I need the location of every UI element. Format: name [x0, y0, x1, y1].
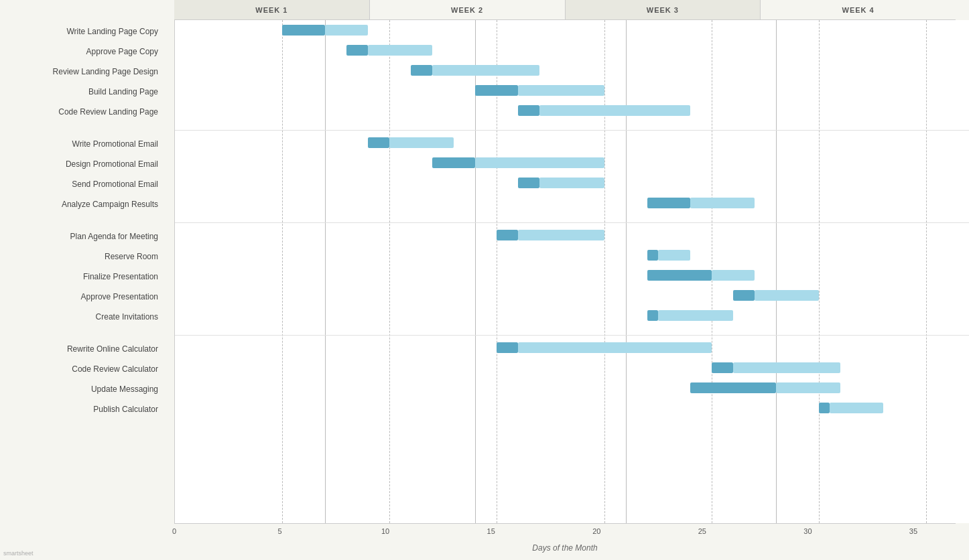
gantt-bar-dark: [368, 137, 389, 148]
gantt-bar-row: [175, 156, 969, 169]
x-ticks: 05101520253035: [174, 523, 956, 540]
week2-header: WEEK 2: [370, 0, 566, 19]
gantt-bar-row: [175, 361, 969, 374]
gantt-bar-dark: [518, 105, 539, 116]
gantt-bar-row: [175, 104, 969, 117]
y-label: Rewrite Online Calculator: [0, 344, 166, 354]
gantt-bar-dark: [432, 157, 475, 168]
gantt-bar-row: [175, 309, 969, 322]
y-label: Approve Page Copy: [0, 47, 166, 56]
gantt-bar-row: [175, 136, 969, 149]
x-tick-label: 30: [803, 527, 812, 535]
y-label: Update Messaging: [0, 384, 166, 394]
gantt-bar-light: [658, 310, 733, 321]
gantt-bar-dark: [497, 230, 518, 240]
gantt-bar-dark: [411, 65, 432, 76]
y-label: Plan Agenda for Meeting: [0, 232, 166, 241]
gantt-bar-dark: [647, 310, 658, 321]
gantt-bar-row: [175, 289, 969, 302]
x-tick-label: 35: [909, 527, 917, 535]
gantt-bar-dark: [475, 85, 518, 96]
gantt-bar-row: [175, 228, 969, 242]
x-tick-label: 10: [381, 527, 389, 535]
gantt-bar-light: [432, 65, 539, 76]
watermark: smartsheet: [3, 550, 34, 557]
y-label: Finalize Presentation: [0, 272, 166, 281]
x-axis: 05101520253035 Days of the Month: [174, 523, 956, 560]
gantt-bar-row: [175, 249, 969, 262]
y-axis: Write Landing Page CopyApprove Page Copy…: [0, 20, 174, 523]
gantt-bar-light: [658, 250, 690, 261]
gantt-bar-row: [175, 401, 969, 415]
gantt-bar-dark: [819, 403, 830, 413]
x-axis-label: Days of the Month: [174, 540, 956, 553]
y-label: Review Landing Page Design: [0, 67, 166, 76]
gantt-bar-dark: [346, 45, 368, 56]
y-label: Write Promotional Email: [0, 139, 166, 149]
gantt-bar-dark: [282, 25, 325, 36]
y-label: Code Review Landing Page: [0, 107, 166, 117]
gantt-bar-row: [175, 381, 969, 395]
gantt-bar-dark: [690, 382, 776, 393]
y-label: Publish Calculator: [0, 405, 166, 414]
chart-body: Write Landing Page CopyApprove Page Copy…: [0, 20, 969, 523]
gantt-bar-row: [175, 341, 969, 354]
gantt-bar-dark: [712, 362, 733, 373]
gantt-bar-light: [518, 230, 604, 240]
y-label: Code Review Calculator: [0, 364, 166, 374]
gantt-bar-dark: [733, 290, 755, 301]
y-label: Approve Presentation: [0, 292, 166, 301]
x-tick-label: 5: [278, 527, 282, 535]
gantt-bar-light: [389, 137, 454, 148]
gantt-bar-row: [175, 23, 969, 37]
gantt-bar-light: [830, 403, 883, 413]
x-tick-label: 25: [698, 527, 706, 535]
gantt-bar-light: [690, 198, 755, 208]
week1-header: WEEK 1: [174, 0, 370, 19]
week-header-row: WEEK 1 WEEK 2 WEEK 3 WEEK 4: [174, 0, 956, 20]
gantt-bar-dark: [647, 198, 690, 208]
gantt-bar-dark: [497, 342, 518, 353]
y-label: Analyze Campaign Results: [0, 200, 166, 209]
gantt-bar-row: [175, 44, 969, 57]
chart-container: WEEK 1 WEEK 2 WEEK 3 WEEK 4 Write Landin…: [0, 0, 969, 560]
gantt-bar-light: [733, 362, 840, 373]
gantt-bar-light: [518, 342, 711, 353]
gantt-bar-light: [712, 270, 755, 281]
gantt-bar-light: [539, 105, 690, 116]
gantt-bar-row: [175, 176, 969, 190]
x-tick-label: 15: [487, 527, 495, 535]
week3-header: WEEK 3: [566, 0, 761, 19]
gantt-bar-row: [175, 64, 969, 77]
gantt-bar-dark: [518, 178, 539, 188]
gantt-bar-light: [776, 382, 840, 393]
group-separator-line: [175, 222, 969, 223]
gantt-bar-light: [368, 45, 432, 56]
y-label: Send Promotional Email: [0, 180, 166, 189]
gantt-bar-row: [175, 269, 969, 282]
y-label: Create Invitations: [0, 312, 166, 322]
y-label: Build Landing Page: [0, 87, 166, 96]
gantt-bar-dark: [647, 270, 712, 281]
y-label: Design Promotional Email: [0, 159, 166, 169]
gantt-bar-light: [518, 85, 604, 96]
x-tick-label: 20: [592, 527, 600, 535]
gantt-bar-light: [539, 178, 604, 188]
gantt-bar-light: [475, 157, 604, 168]
gantt-bar-dark: [647, 250, 658, 261]
gantt-bar-light: [755, 290, 819, 301]
plot-area: [174, 20, 969, 523]
y-label: Reserve Room: [0, 252, 166, 261]
group-separator-line: [175, 130, 969, 131]
group-separator-line: [175, 335, 969, 336]
week4-header: WEEK 4: [761, 0, 956, 19]
y-label: Write Landing Page Copy: [0, 27, 166, 36]
gantt-bar-row: [175, 84, 969, 97]
gantt-bar-row: [175, 196, 969, 210]
x-tick-label: 0: [172, 527, 176, 535]
gantt-bar-light: [325, 25, 368, 36]
